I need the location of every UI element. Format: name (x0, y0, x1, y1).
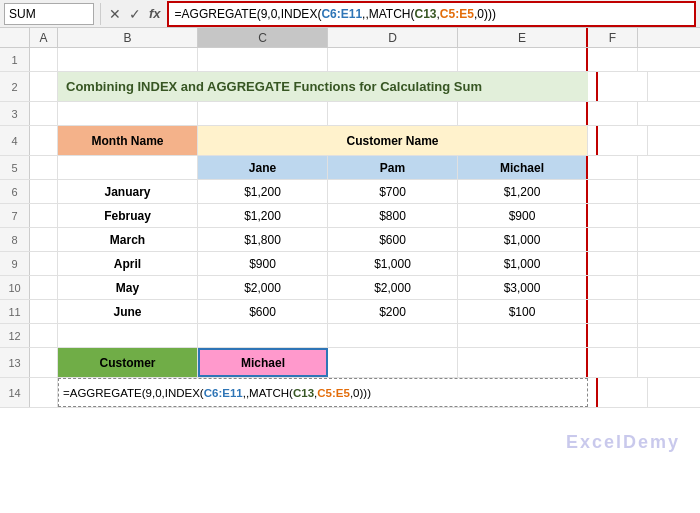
cell-f3[interactable] (588, 102, 638, 125)
cell-e13[interactable] (458, 348, 588, 377)
cell-b4[interactable]: Month Name (58, 126, 198, 155)
cell-d13[interactable] (328, 348, 458, 377)
cell-c12[interactable] (198, 324, 328, 347)
cell-b5[interactable] (58, 156, 198, 179)
cell-e7[interactable]: $900 (458, 204, 588, 227)
cell-f10[interactable] (588, 276, 638, 299)
cell-f6[interactable] (588, 180, 638, 203)
cell-d11[interactable]: $200 (328, 300, 458, 323)
formula-bar-input[interactable]: =AGGREGATE(9,0,INDEX(C6:E11,,MATCH(C13,C… (169, 3, 694, 25)
cell-b8[interactable]: March (58, 228, 198, 251)
col-header-f[interactable]: F (588, 28, 638, 47)
cell-a6[interactable] (30, 180, 58, 203)
cell-b13[interactable]: Customer (58, 348, 198, 377)
rownum-14: 14 (0, 378, 30, 407)
cell-f11[interactable] (588, 300, 638, 323)
cell-e4-extra[interactable] (588, 126, 598, 155)
cell-e2[interactable] (588, 72, 598, 101)
cell-f13[interactable] (588, 348, 638, 377)
cell-a2[interactable] (30, 72, 58, 101)
cell-e1[interactable] (458, 48, 588, 71)
cell-a3[interactable] (30, 102, 58, 125)
row-5: 5 Jane Pam Michael (0, 156, 700, 180)
cell-d7[interactable]: $800 (328, 204, 458, 227)
cell-e12[interactable] (458, 324, 588, 347)
cell-c1[interactable] (198, 48, 328, 71)
formula-part-orange: C5:E5 (317, 387, 350, 399)
cell-d8[interactable]: $600 (328, 228, 458, 251)
rownum-1: 1 (0, 48, 30, 71)
cell-c10[interactable]: $2,000 (198, 276, 328, 299)
cell-f12[interactable] (588, 324, 638, 347)
cell-b10[interactable]: May (58, 276, 198, 299)
cell-f9[interactable] (588, 252, 638, 275)
row-13: 13 Customer Michael (0, 348, 700, 378)
cell-a1[interactable] (30, 48, 58, 71)
cell-d12[interactable] (328, 324, 458, 347)
cell-a11[interactable] (30, 300, 58, 323)
cell-f1[interactable] (588, 48, 638, 71)
cell-a14[interactable] (30, 378, 58, 407)
cell-c9[interactable]: $900 (198, 252, 328, 275)
cell-d10[interactable]: $2,000 (328, 276, 458, 299)
cell-f2[interactable] (598, 72, 648, 101)
cell-f14[interactable] (598, 378, 648, 407)
cell-c7[interactable]: $1,200 (198, 204, 328, 227)
cell-a9[interactable] (30, 252, 58, 275)
cell-e14[interactable] (588, 378, 598, 407)
cell-d3[interactable] (328, 102, 458, 125)
cell-f7[interactable] (588, 204, 638, 227)
cell-f5[interactable] (588, 156, 638, 179)
col-header-c[interactable]: C (198, 28, 328, 47)
cell-f8[interactable] (588, 228, 638, 251)
cell-formula-14[interactable]: =AGGREGATE(9,0,INDEX(C6:E11,,MATCH(C13,C… (58, 378, 588, 407)
cell-d5[interactable]: Pam (328, 156, 458, 179)
cell-b9[interactable]: April (58, 252, 198, 275)
cell-f4[interactable] (598, 126, 648, 155)
cell-a10[interactable] (30, 276, 58, 299)
cell-a7[interactable] (30, 204, 58, 227)
cell-b3[interactable] (58, 102, 198, 125)
col-header-a[interactable]: A (30, 28, 58, 47)
cell-b7[interactable]: Februay (58, 204, 198, 227)
cell-b1[interactable] (58, 48, 198, 71)
col-header-b[interactable]: B (58, 28, 198, 47)
watermark: ExcelDemy (566, 432, 680, 453)
confirm-icon[interactable]: ✓ (127, 6, 143, 22)
cell-c3[interactable] (198, 102, 328, 125)
rownum-11: 11 (0, 300, 30, 323)
cell-e8[interactable]: $1,000 (458, 228, 588, 251)
cell-d9[interactable]: $1,000 (328, 252, 458, 275)
cell-c5[interactable]: Jane (198, 156, 328, 179)
cell-c6[interactable]: $1,200 (198, 180, 328, 203)
cell-e10[interactable]: $3,000 (458, 276, 588, 299)
cell-b6[interactable]: January (58, 180, 198, 203)
cell-d1[interactable] (328, 48, 458, 71)
cell-cde4[interactable]: Customer Name (198, 126, 588, 155)
cell-a12[interactable] (30, 324, 58, 347)
cancel-icon[interactable]: ✕ (107, 6, 123, 22)
cell-c8[interactable]: $1,800 (198, 228, 328, 251)
cell-b11[interactable]: June (58, 300, 198, 323)
row-6: 6 January $1,200 $700 $1,200 (0, 180, 700, 204)
cell-a13[interactable] (30, 348, 58, 377)
row-11: 11 June $600 $200 $100 (0, 300, 700, 324)
cell-e5[interactable]: Michael (458, 156, 588, 179)
name-box[interactable]: SUM (4, 3, 94, 25)
col-header-e[interactable]: E (458, 28, 588, 47)
cell-a8[interactable] (30, 228, 58, 251)
cell-e9[interactable]: $1,000 (458, 252, 588, 275)
cell-e6[interactable]: $1,200 (458, 180, 588, 203)
cell-e11[interactable]: $100 (458, 300, 588, 323)
cell-d6[interactable]: $700 (328, 180, 458, 203)
month-name-label: Month Name (92, 134, 164, 148)
cell-b12[interactable] (58, 324, 198, 347)
rownum-6: 6 (0, 180, 30, 203)
col-header-d[interactable]: D (328, 28, 458, 47)
fx-icon[interactable]: fx (147, 6, 163, 21)
cell-a5[interactable] (30, 156, 58, 179)
cell-e3[interactable] (458, 102, 588, 125)
cell-c13[interactable]: Michael (198, 348, 328, 377)
cell-a4[interactable] (30, 126, 58, 155)
cell-c11[interactable]: $600 (198, 300, 328, 323)
